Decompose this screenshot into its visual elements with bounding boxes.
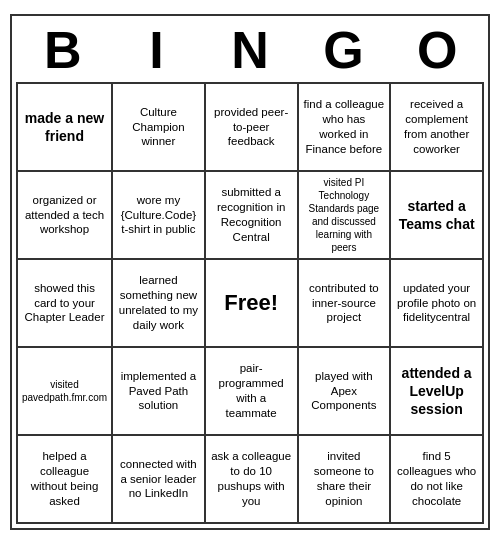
bingo-cell[interactable]: find a colleague who has worked in Finan… — [298, 83, 391, 171]
bingo-cell[interactable]: ask a colleague to do 10 pushups with yo… — [205, 435, 298, 523]
bingo-grid: made a new friendCulture Champion winner… — [16, 82, 484, 524]
bingo-cell[interactable]: contributed to inner-source project — [298, 259, 391, 347]
bingo-cell[interactable]: played with Apex Components — [298, 347, 391, 435]
bingo-cell[interactable]: visited pavedpath.fmr.com — [17, 347, 112, 435]
bingo-cell[interactable]: submitted a recognition in Recognition C… — [205, 171, 298, 259]
bingo-cell[interactable]: received a complement from another cowor… — [390, 83, 483, 171]
bingo-cell[interactable]: learned something new unrelated to my da… — [112, 259, 205, 347]
bingo-cell[interactable]: pair-programmed with a teammate — [205, 347, 298, 435]
bingo-cell[interactable]: updated your profile photo on fidelityce… — [390, 259, 483, 347]
bingo-cell[interactable]: implemented a Paved Path solution — [112, 347, 205, 435]
letter-g: G — [298, 20, 390, 80]
bingo-cell[interactable]: visited PI Technology Standards page and… — [298, 171, 391, 259]
bingo-cell[interactable]: provided peer-to-peer feedback — [205, 83, 298, 171]
letter-b: B — [17, 20, 109, 80]
bingo-cell[interactable]: Free! — [205, 259, 298, 347]
bingo-cell[interactable]: Culture Champion winner — [112, 83, 205, 171]
bingo-cell[interactable]: wore my {Culture.Code} t-shirt in public — [112, 171, 205, 259]
bingo-cell[interactable]: organized or attended a tech workshop — [17, 171, 112, 259]
letter-o: O — [391, 20, 483, 80]
bingo-cell[interactable]: started a Teams chat — [390, 171, 483, 259]
letter-n: N — [204, 20, 296, 80]
letter-i: I — [110, 20, 202, 80]
bingo-cell[interactable]: helped a colleague without being asked — [17, 435, 112, 523]
bingo-cell[interactable]: find 5 colleagues who do not like chocol… — [390, 435, 483, 523]
bingo-header: B I N G O — [16, 20, 484, 80]
bingo-cell[interactable]: invited someone to share their opinion — [298, 435, 391, 523]
bingo-cell[interactable]: attended a LevelUp session — [390, 347, 483, 435]
bingo-cell[interactable]: made a new friend — [17, 83, 112, 171]
bingo-cell[interactable]: connected with a senior leader no Linked… — [112, 435, 205, 523]
bingo-card: B I N G O made a new friendCulture Champ… — [10, 14, 490, 530]
bingo-cell[interactable]: showed this card to your Chapter Leader — [17, 259, 112, 347]
